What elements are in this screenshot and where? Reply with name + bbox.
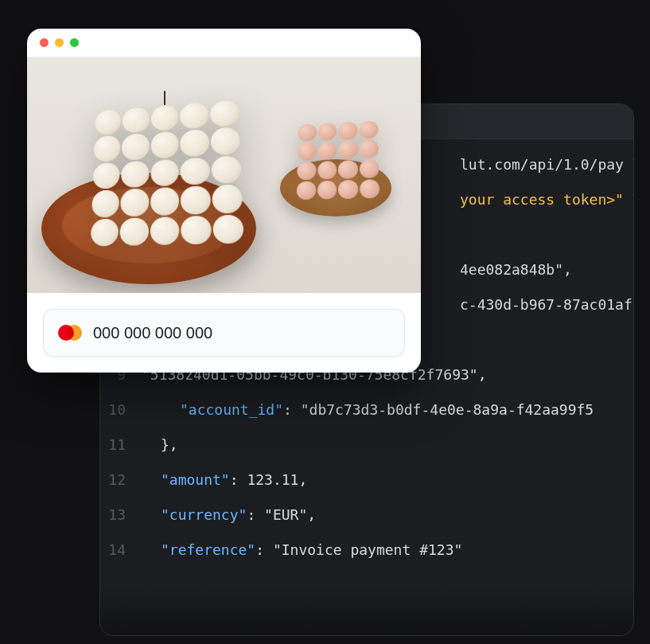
code-line: 11}, [100, 434, 633, 469]
window-titlebar [27, 29, 421, 57]
product-image [27, 57, 421, 293]
bubble-candle-cream [91, 100, 244, 246]
window-minimize-icon[interactable] [55, 38, 64, 47]
line-number: 14 [100, 539, 142, 561]
code-content: "currency": "EUR", [142, 504, 633, 526]
card-number-value: 000 000 000 000 [93, 324, 212, 342]
mastercard-icon [58, 325, 82, 341]
line-number: 12 [100, 469, 142, 491]
candle-wick [164, 91, 165, 105]
code-line: 12"amount": 123.11, [100, 469, 633, 504]
window-close-icon[interactable] [40, 38, 49, 47]
fade-overlay [100, 587, 633, 635]
code-line: 13"currency": "EUR", [100, 504, 633, 539]
code-line: 10"account_id": "db7c73d3-b0df-4e0e-8a9a… [100, 399, 633, 434]
code-line: 14"reference": "Invoice payment #123" [100, 539, 633, 574]
code-content: }, [142, 434, 633, 456]
line-number: 11 [100, 434, 142, 456]
bubble-candle-pink [297, 120, 380, 200]
code-content: "reference": "Invoice payment #123" [142, 539, 633, 561]
line-number: 13 [100, 504, 142, 526]
code-content: "account_id": "db7c73d3-b0df-4e0e-8a9a-f… [142, 399, 633, 421]
code-content: "amount": 123.11, [142, 469, 633, 491]
line-number: 10 [100, 399, 142, 421]
card-input-row: 000 000 000 000 [27, 293, 421, 373]
window-zoom-icon[interactable] [70, 38, 79, 47]
card-number-input[interactable]: 000 000 000 000 [43, 309, 405, 357]
product-window: 000 000 000 000 [27, 29, 421, 373]
